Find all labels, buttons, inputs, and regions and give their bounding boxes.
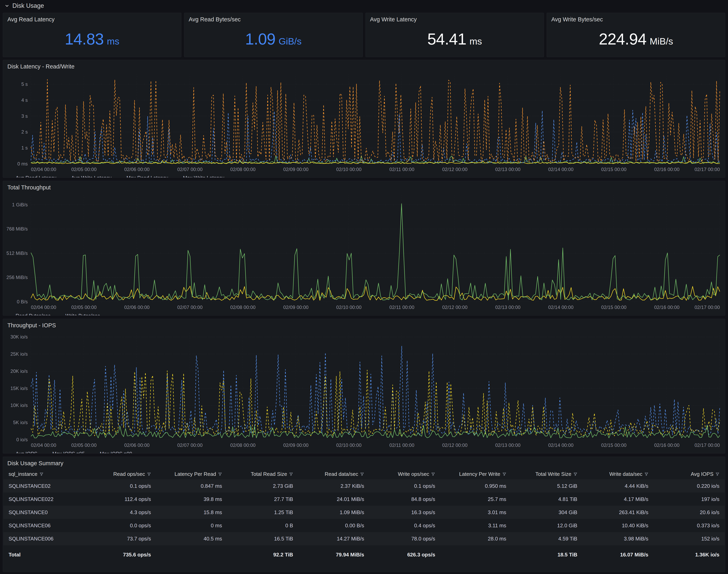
table-cell: 10.40 KiB/s (583, 519, 653, 532)
stat-number: 54.41 (427, 30, 466, 48)
panel-title: Avg Write Bytes/sec (547, 13, 725, 24)
column-header-total-write-size[interactable]: Total Write Size (512, 468, 583, 480)
legend-item-max-iops-p95[interactable]: Max IOPS p95 (44, 451, 85, 453)
table-cell: 112.4 ops/s (85, 493, 156, 506)
x-axis-label: 02/07 00:00 (177, 167, 203, 172)
y-axis-label: 30K io/s (10, 334, 28, 339)
x-axis-label: 02/04 00:00 (31, 167, 56, 172)
legend-item-avg-write-latency[interactable]: Avg Write Latency (63, 175, 112, 178)
panel-total-throughput: Total Throughput 0 B/s256 MiB/s512 MiB/s… (3, 181, 725, 316)
x-axis-label: 02/13 00:00 (495, 443, 520, 448)
table-cell: 0.0 ops/s (85, 519, 156, 532)
x-axis-label: 02/08 00:00 (230, 167, 256, 172)
table-total-cell: 626.3 ops/s (369, 548, 440, 561)
x-axis-label: 02/16 00:00 (654, 304, 680, 310)
disk-usage-summary-table: sql_instanceRead ops/secLatency Per Read… (3, 468, 725, 572)
column-header-latency-per-write[interactable]: Latency Per Write (440, 468, 511, 480)
table-row-sqlinstance022[interactable]: SQLINSTANCE022112.4 ops/s39.8 ms27.7 TiB… (3, 493, 725, 506)
stat-value: 1.09GiB/s (184, 24, 362, 57)
column-header-label: Read data/sec (325, 471, 358, 477)
legend-item-max-write-latency[interactable]: Max Write Latency (175, 175, 224, 178)
legend-swatch (118, 177, 124, 178)
column-header-write-data-sec[interactable]: Write data/sec (583, 468, 653, 480)
x-axis-label: 02/11 00:00 (389, 443, 414, 448)
x-axis-label: 02/04 00:00 (31, 304, 56, 310)
x-axis-label: 02/08 00:00 (230, 443, 256, 448)
legend-item-max-read-latency[interactable]: Max Read Latency (118, 175, 168, 178)
x-axis-label: 02/09 00:00 (283, 167, 309, 172)
table-cell: 0.1 ops/s (85, 480, 156, 493)
table-row-sqlinstance02[interactable]: SQLINSTANCE020.1 ops/s0.847 ms2.73 GiB2.… (3, 480, 725, 493)
table-row-sqlinstance06[interactable]: SQLINSTANCE060.0 ops/s0 ms0 B0.00 B/s0.4… (3, 519, 725, 532)
column-header-sql-instance[interactable]: sql_instance (3, 468, 85, 480)
throughput-iops-chart[interactable]: 0 io/s5K io/s10K io/s15K io/s20K io/s25K… (3, 330, 725, 450)
disk-latency-chart[interactable]: 0 ms1 s2 s3 s4 s5 s02/04 00:0002/05 00:0… (3, 72, 725, 174)
table-cell: 1.09 MiB/s (298, 506, 369, 519)
y-axis-label: 5 s (22, 81, 28, 87)
column-header-read-ops-sec[interactable]: Read ops/sec (85, 468, 156, 480)
table-cell: 78.0 ops/s (369, 532, 440, 545)
column-header-avg-iops[interactable]: Avg IOPS (653, 468, 725, 480)
table-total-cell: 18.5 TiB (512, 548, 583, 561)
dashboard: Disk Usage Avg Read Latency 14.83ms Avg … (0, 0, 728, 572)
filter-icon[interactable] (502, 472, 506, 476)
x-axis-label: 02/07 00:00 (177, 443, 203, 448)
x-axis-label: 02/10 00:00 (336, 443, 361, 448)
filter-icon[interactable] (360, 472, 364, 476)
table-cell: 2.73 GiB (227, 480, 298, 493)
y-axis-label: 0 B/s (17, 299, 28, 304)
filter-icon[interactable] (431, 472, 435, 476)
table-cell: 0.1 ops/s (369, 480, 440, 493)
table-cell: 16.3 ops/s (369, 506, 440, 519)
legend-item-avg-iops[interactable]: Avg IOPS (7, 451, 37, 453)
table-row-sqlinstance006[interactable]: SQLINSTANCE00673.7 ops/s40.5 ms16.5 TiB1… (3, 532, 725, 545)
x-axis-label: 02/07 00:00 (177, 304, 203, 310)
filter-icon[interactable] (147, 472, 151, 476)
x-axis-label: 02/15 00:00 (601, 443, 627, 448)
x-axis-label: 02/06 00:00 (124, 443, 149, 448)
legend-item-write-bytes-sec[interactable]: Write Bytes/sec (57, 313, 100, 316)
table-cell: 304 GiB (512, 506, 583, 519)
filter-icon[interactable] (716, 472, 719, 476)
y-axis-label: 20K io/s (10, 368, 28, 374)
column-header-total-read-size[interactable]: Total Read Size (227, 468, 298, 480)
series-line-read-bytes-sec (31, 204, 720, 300)
x-axis-label: 02/11 00:00 (389, 304, 414, 310)
panel-title: Throughput - IOPS (3, 319, 725, 330)
x-axis-label: 02/17 00:00 (694, 167, 720, 172)
legend-item-max-iops-p99[interactable]: Max IOPS p99 (92, 451, 132, 453)
chart-canvas-throughput[interactable]: 0 B/s256 MiB/s512 MiB/s768 MiB/s1 GiB/s0… (3, 193, 725, 311)
filter-icon[interactable] (218, 472, 222, 476)
legend-item-avg-read-latency[interactable]: Avg Read Latency (7, 175, 56, 178)
filter-icon[interactable] (644, 472, 648, 476)
filter-icon[interactable] (573, 472, 577, 476)
x-axis-label: 02/15 00:00 (601, 304, 627, 310)
x-axis-label: 02/06 00:00 (124, 304, 149, 310)
section-header-disk-usage[interactable]: Disk Usage (0, 0, 728, 11)
legend-item-read-bytes-sec[interactable]: Read Bytes/sec (7, 313, 50, 316)
column-header-read-data-sec[interactable]: Read data/sec (298, 468, 369, 480)
filter-icon[interactable] (40, 472, 43, 476)
x-axis-label: 02/05 00:00 (71, 443, 96, 448)
column-header-label: Latency Per Write (459, 471, 500, 477)
table-total-cell: Total (3, 548, 85, 561)
table-total-cell: 79.94 MiB/s (298, 548, 369, 561)
series-line-avg-write-latency (31, 160, 720, 164)
column-header-latency-per-read[interactable]: Latency Per Read (156, 468, 227, 480)
chart-canvas-iops[interactable]: 0 io/s5K io/s10K io/s15K io/s20K io/s25K… (3, 330, 725, 449)
stat-panel-avg-read-bytes: Avg Read Bytes/sec 1.09GiB/s (184, 13, 363, 57)
chart-canvas-latency[interactable]: 0 ms1 s2 s3 s4 s5 s02/04 00:0002/05 00:0… (3, 72, 725, 173)
table-cell: 16.5 TiB (227, 532, 298, 545)
table-cell: 0.373 io/s (653, 519, 725, 532)
table-cell: 39.8 ms (156, 493, 227, 506)
table-row-sqlinstance0[interactable]: SQLINSTANCE04.3 ops/s15.8 ms1.25 TiB1.09… (3, 506, 725, 519)
y-axis-label: 3 s (22, 113, 28, 119)
table-cell: SQLINSTANCE022 (3, 493, 85, 506)
column-header-label: Total Write Size (536, 471, 571, 477)
total-throughput-chart[interactable]: 0 B/s256 MiB/s512 MiB/s768 MiB/s1 GiB/s0… (3, 193, 725, 312)
stat-panel-avg-write-latency: Avg Write Latency 54.41ms (366, 13, 544, 57)
x-axis-label: 02/12 00:00 (442, 167, 468, 172)
column-header-write-ops-sec[interactable]: Write ops/sec (369, 468, 440, 480)
filter-icon[interactable] (289, 472, 293, 476)
y-axis-label: 1 GiB/s (12, 202, 28, 207)
